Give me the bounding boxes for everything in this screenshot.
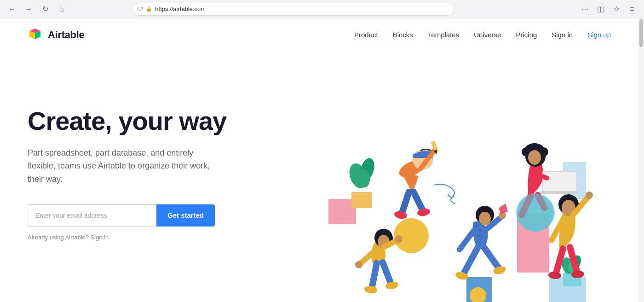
svg-point-36 <box>516 193 555 232</box>
svg-rect-7 <box>351 192 372 208</box>
nav-signup[interactable]: Sign up <box>587 31 611 39</box>
hero-form: Get started <box>28 204 267 226</box>
svg-point-47 <box>479 229 482 232</box>
email-input[interactable] <box>28 204 156 226</box>
nav-pricing[interactable]: Pricing <box>516 31 537 39</box>
svg-line-42 <box>556 249 563 273</box>
back-button[interactable]: ← <box>6 3 18 16</box>
svg-line-21 <box>402 192 409 213</box>
lock-icon: 🔒 <box>146 6 152 12</box>
svg-point-46 <box>474 225 477 228</box>
svg-rect-31 <box>542 171 577 192</box>
pocket-button[interactable]: ◫ <box>594 3 607 16</box>
nav-product[interactable]: Product <box>354 31 378 39</box>
svg-line-52 <box>460 231 473 250</box>
hero-title: Create, your way <box>28 107 267 135</box>
svg-point-63 <box>355 261 362 268</box>
svg-point-40 <box>586 192 593 199</box>
hero-content: Create, your way Part spreadsheet, part … <box>28 70 267 241</box>
nav-blocks[interactable]: Blocks <box>393 31 413 39</box>
svg-point-65 <box>395 235 402 243</box>
scrollbar-thumb[interactable] <box>639 19 643 47</box>
url-text: https://airtable.com <box>155 6 206 12</box>
illustration-svg <box>285 70 611 302</box>
nav-links: Product Blocks Templates Universe Pricin… <box>354 31 611 39</box>
svg-line-57 <box>484 247 499 268</box>
brand-name: Airtable <box>48 29 85 41</box>
svg-point-51 <box>479 212 491 226</box>
svg-point-48 <box>477 234 480 237</box>
scrollbar[interactable] <box>638 18 644 302</box>
more-options-button[interactable]: ⋯ <box>579 3 592 16</box>
svg-line-67 <box>383 262 391 283</box>
logo-icon <box>28 27 44 43</box>
forward-button[interactable]: → <box>22 3 35 16</box>
svg-point-30 <box>528 150 541 165</box>
nav-signin[interactable]: Sign in <box>552 31 573 39</box>
nav-templates[interactable]: Templates <box>428 31 459 39</box>
svg-line-66 <box>372 263 377 286</box>
svg-rect-32 <box>540 191 579 194</box>
home-button[interactable]: ⌂ <box>55 3 68 16</box>
nav-universe[interactable]: Universe <box>474 31 501 39</box>
hero-illustration <box>285 70 611 302</box>
signin-hint: Already using Airtable? Sign in <box>28 234 267 241</box>
get-started-button[interactable]: Get started <box>156 204 215 226</box>
svg-point-68 <box>364 285 377 294</box>
menu-button[interactable]: ≡ <box>626 3 638 16</box>
hero-section: Create, your way Part spreadsheet, part … <box>0 52 638 302</box>
hero-subtitle: Part spreadsheet, part database, and ent… <box>28 146 221 186</box>
svg-line-56 <box>464 247 478 273</box>
address-bar[interactable]: 🛡 🔒 https://airtable.com <box>132 3 454 16</box>
main-nav: Airtable Product Blocks Templates Univer… <box>0 18 638 52</box>
logo-link[interactable]: Airtable <box>28 27 85 43</box>
reload-button[interactable]: ↻ <box>39 3 52 16</box>
svg-marker-55 <box>499 203 508 214</box>
shield-icon: 🛡 <box>137 6 143 12</box>
svg-line-22 <box>414 192 423 210</box>
bookmark-button[interactable]: ☆ <box>610 3 623 16</box>
